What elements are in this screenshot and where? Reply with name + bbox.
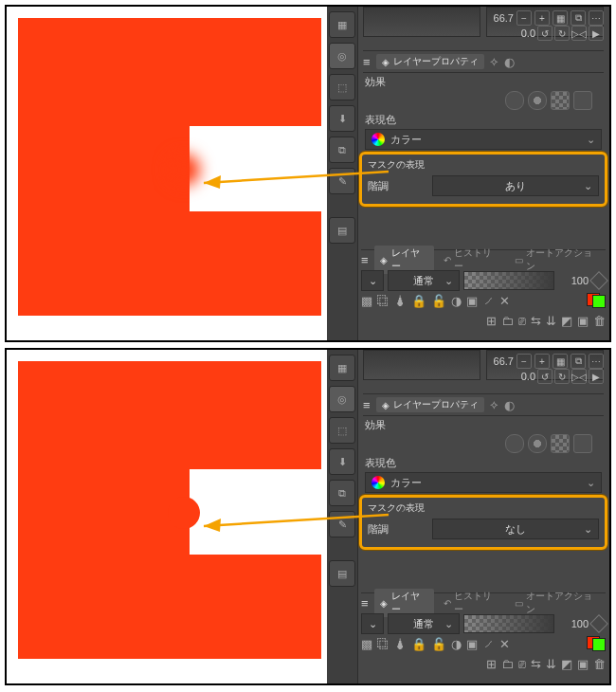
tab-icon-2[interactable]: ◎ [329,386,355,412]
ref-icon[interactable]: ◑ [451,294,462,308]
zoom-out-icon[interactable]: − [516,10,532,26]
clip-icon[interactable]: ⿻ [377,637,390,651]
rotate-cw-icon[interactable]: ↻ [554,26,570,41]
tab-icon-1[interactable]: ▦ [329,11,355,38]
gradation-select[interactable]: なし [432,519,599,539]
menu-icon[interactable]: ≡ [363,398,371,412]
new-correct-icon[interactable]: ⎚ [518,314,526,328]
color-swatches[interactable] [587,293,606,308]
tab-icon-grid[interactable]: ▤ [329,217,355,244]
opacity-slider[interactable] [463,614,554,633]
effect-outline-icon[interactable] [505,434,524,453]
camera-icon[interactable]: ▣ [577,657,589,671]
blend-mode-select[interactable]: 通常 [388,270,460,291]
extra-tab-2-icon[interactable]: ◐ [504,55,515,69]
tab-icon-layers[interactable]: ⧉ [329,480,355,506]
ref-icon[interactable]: ◑ [451,637,462,651]
mask-icon[interactable]: ▣ [466,294,478,308]
new-folder-icon[interactable]: 🗀 [501,657,514,671]
transfer-icon[interactable]: ⇆ [531,314,541,328]
menu-icon[interactable]: ≡ [361,253,369,267]
effect-outline-icon[interactable] [505,91,524,110]
lock-alpha-icon[interactable]: 🔓 [431,294,446,308]
flip-icon[interactable]: ▷◁ [571,26,587,41]
rotate-ccw-icon[interactable]: ↺ [537,26,553,41]
ruler-icon[interactable]: ⟋ [482,637,495,651]
effect-checker-icon[interactable] [551,434,570,453]
opacity-stepper[interactable] [589,614,608,633]
play-icon[interactable]: ▶ [589,369,604,384]
effect-checker-icon[interactable] [551,91,570,110]
merge-icon[interactable]: ⇊ [546,657,556,671]
trash-icon[interactable]: 🗑 [593,657,606,671]
effect-tone-icon[interactable] [528,434,547,453]
transfer-icon[interactable]: ⇆ [531,657,541,671]
palette-picker[interactable]: ⌄ [361,613,384,634]
tab-icon-layers[interactable]: ⧉ [329,137,355,163]
palette-picker[interactable]: ⌄ [361,270,384,291]
drop-icon[interactable]: 🌢 [394,294,407,308]
tab-icon-edit[interactable]: ✎ [329,511,355,537]
zoom-out-icon[interactable]: − [516,354,532,369]
merge-icon[interactable]: ⇊ [546,314,556,328]
extra-tab-2-icon[interactable]: ◐ [504,398,515,412]
tab-icon-3[interactable]: ⬚ [329,74,355,100]
checker-icon[interactable]: ▩ [361,637,372,651]
overflow-icon[interactable]: ⋯ [589,10,604,26]
tab-icon-download[interactable]: ⬇ [329,105,355,132]
grid-icon[interactable]: ▦ [553,10,568,26]
window-icon[interactable]: ⧉ [571,10,586,26]
zoom-in-icon[interactable]: + [534,354,550,369]
layer-property-tab[interactable]: ◈レイヤープロパティ [376,54,484,69]
tab-icon-grid[interactable]: ▤ [329,560,355,587]
lock-icon[interactable]: 🔒 [411,637,426,651]
effect-layer-icon[interactable] [573,91,592,110]
color-mode-select[interactable]: カラー ⌄ [365,129,602,150]
extra-tab-1-icon[interactable]: ⟡ [490,397,498,412]
mask-add-icon[interactable]: ◩ [561,657,572,671]
checker-icon[interactable]: ▩ [361,294,372,308]
effect-layer-icon[interactable] [573,434,592,453]
gradation-select[interactable]: あり [432,175,599,196]
layer-property-tab[interactable]: ◈レイヤープロパティ [376,397,484,412]
opacity-slider[interactable] [463,271,554,290]
rotate-ccw-icon[interactable]: ↺ [537,369,553,384]
ruler-icon[interactable]: ⟋ [482,294,495,308]
window-icon[interactable]: ⧉ [571,354,586,369]
camera-icon[interactable]: ▣ [577,314,589,328]
opacity-stepper[interactable] [589,271,608,290]
mask-icon[interactable]: ▣ [466,637,478,651]
zoom-in-icon[interactable]: + [534,10,550,26]
menu-icon[interactable]: ≡ [361,596,369,610]
fx-icon[interactable]: ✕ [499,294,510,308]
curve-thumb-1[interactable] [363,350,480,380]
play-icon[interactable]: ▶ [589,26,604,41]
tab-icon-download[interactable]: ⬇ [329,448,355,475]
grid-icon[interactable]: ▦ [553,354,568,369]
tab-icon-3[interactable]: ⬚ [329,417,355,444]
color-swatches[interactable] [587,636,606,651]
blend-mode-select[interactable]: 通常 [388,613,460,634]
new-folder-icon[interactable]: 🗀 [501,314,514,328]
rotate-cw-icon[interactable]: ↻ [554,369,570,384]
new-correct-icon[interactable]: ⎚ [518,657,526,671]
lock-icon[interactable]: 🔒 [411,294,426,308]
new-layer-icon[interactable]: ⊞ [486,657,497,671]
extra-tab-1-icon[interactable]: ⟡ [490,54,498,69]
mask-add-icon[interactable]: ◩ [561,314,572,328]
curve-thumb-1[interactable] [363,7,480,37]
menu-icon[interactable]: ≡ [363,55,371,69]
overflow-icon[interactable]: ⋯ [589,354,604,369]
tab-icon-edit[interactable]: ✎ [329,168,355,194]
tab-icon-1[interactable]: ▦ [329,355,355,381]
trash-icon[interactable]: 🗑 [593,314,606,328]
fx-icon[interactable]: ✕ [499,637,510,651]
effect-tone-icon[interactable] [528,91,547,110]
tab-icon-2[interactable]: ◎ [329,43,355,69]
lock-alpha-icon[interactable]: 🔓 [431,637,446,651]
new-layer-icon[interactable]: ⊞ [486,314,497,328]
flip-icon[interactable]: ▷◁ [571,369,587,384]
clip-icon[interactable]: ⿻ [377,294,390,308]
drop-icon[interactable]: 🌢 [394,637,407,651]
color-mode-select[interactable]: カラー ⌄ [365,472,602,493]
